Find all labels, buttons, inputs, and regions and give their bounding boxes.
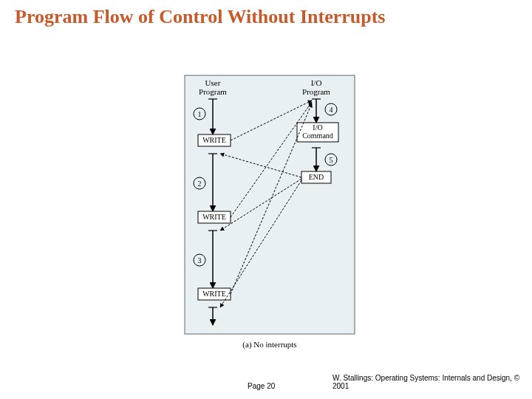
user-program-header-1: User — [205, 78, 221, 87]
circle-4-label: 4 — [330, 106, 333, 114]
page-number: Page 20 — [248, 382, 275, 390]
end-label: END — [309, 173, 324, 181]
diagram-caption: (a) No interrupts — [242, 340, 296, 349]
circle-3-label: 3 — [198, 256, 202, 265]
io-cmd-label-2: Command — [302, 132, 333, 140]
write-label-3: WRITE — [202, 290, 226, 298]
user-program-header-2: Program — [199, 87, 227, 96]
credit-line: W. Stallings: Operating Systems: Interna… — [332, 374, 532, 390]
io-program-header-1: I/O — [311, 78, 322, 87]
io-program-header-2: Program — [302, 87, 330, 96]
write-label-1: WRITE — [202, 136, 226, 144]
flow-diagram: User Program I/O Program 1 WRITE — [183, 74, 357, 358]
circle-5-label: 5 — [330, 156, 333, 164]
io-cmd-label-1: I/O — [313, 123, 322, 132]
circle-1-label: 1 — [198, 110, 202, 118]
slide-title: Program Flow of Control Without Interrup… — [15, 6, 385, 28]
write-label-2: WRITE — [202, 213, 226, 221]
circle-2-label: 2 — [198, 180, 202, 188]
